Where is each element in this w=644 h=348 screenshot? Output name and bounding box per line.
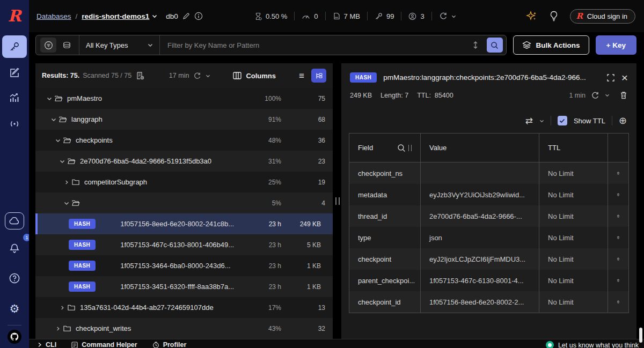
nav-pubsub[interactable] (2, 113, 27, 135)
field-column-header[interactable]: Field (349, 134, 421, 162)
tree-key-row[interactable]: HASH1f057156-8eed-6e20-8002-241c8b...23 … (35, 213, 333, 234)
tree-folder-row[interactable]: checkpoint_writes43%32 (35, 318, 333, 339)
bulk-actions-button[interactable]: Bulk Actions (513, 35, 589, 55)
hash-field-row[interactable]: checkpointeyJ2IjoxLCJpZCI6IjFmMDU3...No … (349, 248, 628, 270)
breadcrumb-databases-link[interactable]: Databases (36, 12, 71, 20)
nav-help[interactable] (2, 267, 27, 290)
filter-toggle-button[interactable] (40, 38, 56, 53)
value-cell[interactable]: eyJ2IjoxLCJpZCI6IjFmMDU3... (421, 248, 539, 270)
field-cell[interactable]: type (349, 227, 421, 248)
list-view-button[interactable]: ≡ (294, 69, 309, 83)
add-key-button[interactable]: + Key (596, 35, 636, 55)
keys-refresh[interactable]: 17 min (169, 72, 211, 80)
format-switch-icon[interactable]: ⇄ (525, 116, 533, 125)
profiler-toggle[interactable]: Profiler (152, 341, 187, 348)
index-search-button[interactable] (58, 38, 75, 53)
show-ttl-checkbox[interactable] (558, 116, 567, 125)
tree-view-button[interactable] (311, 69, 326, 83)
feedback-link[interactable]: Let us know what you think (546, 341, 639, 348)
scrollbar-thumb[interactable] (639, 328, 642, 343)
command-helper-toggle[interactable]: Command Helper (71, 341, 137, 348)
search-icon[interactable] (397, 144, 406, 152)
chevron-down-icon[interactable] (62, 201, 71, 205)
metrics-refresh[interactable] (439, 12, 456, 20)
field-cell[interactable]: parent_checkpoi... (349, 270, 421, 291)
tree-key-row[interactable]: HASH1f057153-467c-6130-8001-406b49...23 … (35, 234, 333, 255)
tree-key-row[interactable]: HASH1f057153-3464-6ba0-8000-243d6...23 h… (35, 255, 333, 276)
value-cell[interactable]: 2e700d76-6ba5-4da2-9666-... (421, 205, 539, 227)
hash-field-row[interactable]: metadataeyJzb3VyY2UiOiJsb29wIiwid...No L… (349, 184, 628, 205)
close-details-button[interactable]: × (621, 72, 628, 83)
chevron-down-icon[interactable] (539, 119, 544, 123)
ttl-cell[interactable]: No Limit (539, 162, 608, 184)
tree-folder-row[interactable]: 135a7631-042d-44b4-ab27-724659107dde17%1… (35, 297, 333, 318)
cloud-sign-in-button[interactable]: R Cloud sign in (570, 9, 635, 24)
ttl-cell[interactable]: No Limit (539, 248, 608, 270)
delete-field-button[interactable] (608, 184, 628, 205)
value-cell[interactable]: 1f057156-8eed-6e20-8002-2... (421, 291, 539, 313)
nav-analytics[interactable] (2, 87, 27, 109)
search-button[interactable] (487, 38, 503, 53)
ttl-cell[interactable]: No Limit (539, 205, 608, 227)
field-cell[interactable]: thread_id (349, 205, 421, 227)
value-cell[interactable] (421, 162, 539, 184)
hash-field-row[interactable]: parent_checkpoi...1f057153-467c-6130-800… (349, 270, 628, 291)
field-cell[interactable]: checkpoint_id (349, 291, 421, 313)
tree-folder-row[interactable]: checkpoints48%36 (35, 130, 333, 151)
key-ttl[interactable]: TTL: 85400 (417, 92, 453, 99)
tree-folder-row[interactable]: competitorSubgraph25%19 (35, 172, 333, 192)
delete-field-button[interactable] (608, 291, 628, 313)
chevron-down-icon[interactable] (58, 159, 67, 164)
panel-resize-handle[interactable] (335, 197, 340, 205)
search-scope-button[interactable] (467, 38, 484, 53)
delete-key-icon[interactable] (619, 91, 628, 100)
field-cell[interactable]: checkpoint_ns (349, 162, 421, 184)
ttl-cell[interactable]: No Limit (539, 291, 608, 313)
chevron-down-icon[interactable] (605, 93, 610, 97)
cli-toggle[interactable]: CLI (38, 341, 56, 348)
nav-settings[interactable]: ⚙ (2, 297, 27, 320)
value-cell[interactable]: eyJzb3VyY2UiOiJsb29wIiwid... (421, 184, 539, 205)
value-cell[interactable]: json (421, 227, 539, 248)
key-type-dropdown[interactable]: All Key Types (79, 35, 160, 55)
info-icon[interactable] (194, 12, 203, 20)
refresh-icon[interactable] (591, 91, 599, 100)
hash-field-row[interactable]: thread_id2e700d76-6ba5-4da2-9666-...No L… (349, 205, 628, 227)
tree-folder-row[interactable]: 5%4 (35, 192, 333, 213)
tree-key-row[interactable]: HASH1f057153-3451-6320-ffff-8aa38b7a...2… (35, 276, 333, 297)
delete-field-button[interactable] (608, 248, 628, 270)
nav-notifications[interactable]: 1 (2, 237, 27, 260)
hash-field-row[interactable]: typejsonNo Limit (349, 227, 628, 248)
app-logo[interactable]: R (0, 0, 29, 32)
nav-browser[interactable] (2, 35, 27, 58)
add-field-button[interactable]: ⊕ (619, 116, 627, 125)
value-column-header[interactable]: Value (421, 134, 539, 162)
nav-workbench[interactable] (2, 61, 27, 84)
delete-field-button[interactable] (608, 162, 628, 184)
columns-button[interactable]: Columns (233, 72, 276, 80)
tree-folder-row[interactable]: pmMaestro100%75 (35, 88, 333, 109)
delete-field-button[interactable] (608, 227, 628, 248)
key-filter-input[interactable] (160, 41, 467, 49)
chevron-right-icon[interactable] (54, 326, 62, 331)
column-resize-handle[interactable] (408, 145, 412, 151)
ttl-cell[interactable]: No Limit (539, 270, 608, 291)
delete-field-button[interactable] (608, 270, 628, 291)
hash-field-row[interactable]: checkpoint_id1f057156-8eed-6e20-8002-2..… (349, 291, 628, 313)
delete-field-button[interactable] (608, 205, 628, 227)
ttl-column-header[interactable]: TTL (539, 134, 608, 162)
edit-pencil-icon[interactable] (182, 12, 190, 20)
ttl-cell[interactable]: No Limit (539, 184, 608, 205)
hash-field-row[interactable]: checkpoint_nsNo Limit (349, 162, 628, 184)
database-name-dropdown[interactable]: redis-short-demos1 (82, 12, 157, 20)
chevron-right-icon[interactable] (58, 305, 67, 310)
nav-cloud[interactable] (5, 212, 24, 229)
chevron-right-icon[interactable] (62, 180, 71, 185)
lightbulb-icon[interactable] (550, 11, 558, 22)
github-link[interactable] (8, 330, 21, 344)
ai-sparkles-icon[interactable] (526, 10, 538, 22)
tree-folder-row[interactable]: 2e700d76-6ba5-4da2-9666-51913f5db3a031%2… (35, 151, 333, 172)
chevron-down-icon[interactable] (49, 117, 58, 122)
fullscreen-button[interactable] (606, 73, 615, 82)
chevron-down-icon[interactable] (54, 138, 62, 143)
